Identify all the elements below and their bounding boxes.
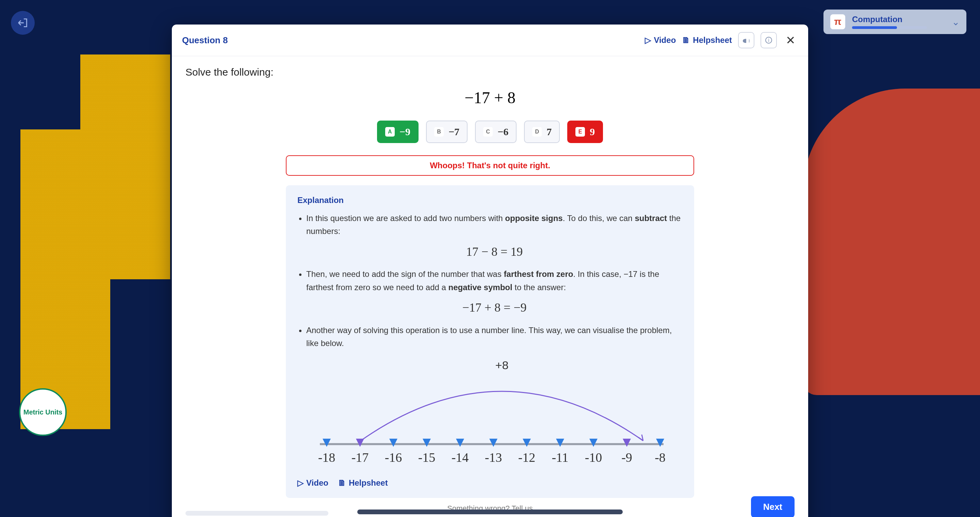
choice-value: −9 [399, 126, 410, 137]
chevron-down-icon: ⌄ [952, 16, 959, 27]
tick-marker [456, 439, 464, 447]
topic-info: Computation [852, 14, 945, 29]
tick-marker [656, 439, 664, 447]
question-expression: −17 + 8 [185, 88, 795, 107]
svg-text:i: i [768, 37, 769, 43]
explanation-step-2: Then, we need to add the sign of the num… [306, 268, 682, 318]
read-aloud-button[interactable] [738, 32, 754, 48]
bold-text: opposite signs [505, 214, 563, 223]
header-actions: ▷ Video 🗎 Helpsheet i ✕ [645, 32, 798, 48]
tick-label: -17 [352, 450, 369, 464]
feedback-banner: Whoops! That's not quite right. [286, 155, 694, 176]
explanation-step-3: Another way of solving this operation is… [306, 324, 682, 350]
document-icon: 🗎 [682, 35, 690, 45]
text: Then, we need to add the sign of the num… [306, 270, 504, 279]
metric-units-badge[interactable]: Metric Units [19, 388, 67, 436]
math-expression: 17 − 8 = 19 [306, 242, 682, 262]
explanation-title: Explanation [298, 195, 682, 205]
text: . To do this, we can [563, 214, 635, 223]
choice-d[interactable]: D 7 [524, 121, 560, 143]
tick-marker [556, 439, 564, 447]
question-modal: Question 8 ▷ Video 🗎 Helpsheet i ✕ Solve… [172, 24, 808, 517]
speaker-icon [742, 36, 750, 44]
choice-letter: C [483, 127, 493, 137]
tick-marker [489, 439, 498, 447]
choice-letter: E [576, 127, 585, 137]
helpsheet-label: Helpsheet [693, 35, 732, 45]
answer-choices: A −9 B −7 C −6 D 7 E 9 [185, 121, 795, 143]
tick-marker [623, 439, 631, 447]
horizontal-scroll-hint [185, 511, 328, 515]
tick-label: -10 [585, 450, 602, 464]
question-number: Question 8 [182, 35, 228, 46]
arc-path [361, 391, 643, 441]
tick-marker [589, 439, 598, 447]
tick-group: -18-17-16-15-14-13-12-11-10-9-8 [318, 439, 666, 464]
video-label: Video [654, 35, 676, 45]
choice-c[interactable]: C −6 [475, 121, 517, 143]
explanation-links: ▷ Video 🗎 Helpsheet [298, 478, 682, 488]
exit-icon [17, 17, 29, 29]
tick-label: -9 [621, 450, 632, 464]
choice-a[interactable]: A −9 [377, 121, 418, 143]
explanation-panel: Explanation In this question we are aske… [286, 185, 694, 498]
tick-label: -11 [552, 450, 568, 464]
modal-header: Question 8 ▷ Video 🗎 Helpsheet i ✕ [172, 24, 808, 56]
math-expression: −17 + 8 = −9 [306, 298, 682, 318]
tick-label: -16 [385, 450, 402, 464]
next-button[interactable]: Next [751, 496, 795, 517]
number-line-diagram: +8 -18-17-16-15-14-13-12-11-10-9-8 [303, 356, 677, 471]
choice-b[interactable]: B −7 [426, 121, 468, 143]
choice-value: −7 [449, 126, 460, 137]
tick-label: -13 [485, 450, 502, 464]
tick-marker [523, 439, 531, 447]
tick-label: -8 [655, 450, 666, 464]
topic-progress-fill [852, 26, 897, 29]
tick-marker [323, 439, 331, 447]
info-button[interactable]: i [760, 32, 777, 48]
arrowhead-icon [638, 435, 643, 441]
choice-letter: D [532, 127, 542, 137]
topic-progress-bar [852, 26, 927, 29]
choice-e[interactable]: E 9 [567, 121, 603, 143]
info-icon: i [765, 36, 773, 44]
bold-text: subtract [635, 214, 667, 223]
window-scrollbar[interactable] [357, 509, 623, 514]
question-prompt: Solve the following: [185, 66, 795, 78]
document-icon: 🗎 [338, 478, 346, 488]
close-button[interactable]: ✕ [783, 34, 798, 47]
helpsheet-link[interactable]: 🗎 Helpsheet [338, 478, 388, 488]
text: to the answer: [512, 283, 566, 292]
tick-marker [356, 439, 364, 447]
text: In this question we are asked to add two… [306, 214, 505, 223]
exit-button[interactable] [11, 11, 35, 35]
arc-label: +8 [495, 359, 509, 372]
choice-value: 7 [546, 126, 552, 137]
topic-progress-widget[interactable]: π Computation ⌄ [824, 10, 966, 34]
topic-title: Computation [852, 14, 945, 24]
tick-label: -18 [318, 450, 336, 464]
bold-text: negative symbol [449, 283, 512, 292]
video-label: Video [306, 478, 328, 488]
tick-label: -15 [418, 450, 436, 464]
tick-marker [423, 439, 431, 447]
choice-letter: A [385, 127, 395, 137]
pi-icon: π [830, 14, 845, 29]
tick-label: -14 [452, 450, 469, 464]
tick-label: -12 [518, 450, 536, 464]
explanation-step-1: In this question we are asked to add two… [306, 212, 682, 262]
video-link[interactable]: ▷ Video [645, 35, 676, 45]
choice-letter: B [434, 127, 444, 137]
helpsheet-label: Helpsheet [349, 478, 388, 488]
tick-marker [389, 439, 398, 447]
video-link[interactable]: ▷ Video [298, 478, 328, 488]
choice-value: 9 [590, 126, 595, 137]
bold-text: farthest from zero [504, 270, 573, 279]
choice-value: −6 [498, 126, 508, 137]
play-icon: ▷ [298, 478, 304, 488]
play-icon: ▷ [645, 35, 651, 45]
modal-body: Solve the following: −17 + 8 A −9 B −7 C… [172, 56, 808, 517]
helpsheet-link[interactable]: 🗎 Helpsheet [682, 35, 732, 45]
